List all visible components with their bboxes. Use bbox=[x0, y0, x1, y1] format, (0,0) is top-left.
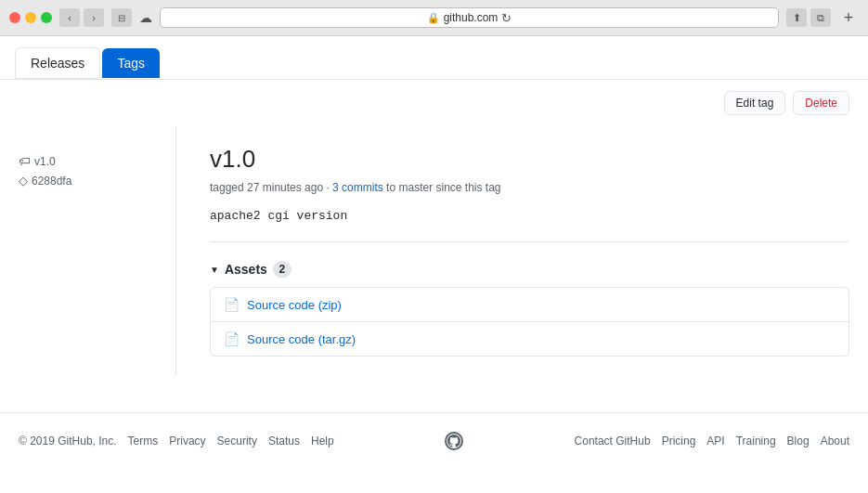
close-button[interactable] bbox=[9, 12, 20, 23]
release-content: v1.0 tagged 27 minutes ago · 3 commits t… bbox=[191, 126, 849, 375]
footer-help-link[interactable]: Help bbox=[311, 435, 334, 448]
footer-about-link[interactable]: About bbox=[821, 435, 849, 448]
cloud-button[interactable]: ☁ bbox=[139, 10, 152, 25]
traffic-lights bbox=[9, 12, 52, 23]
meta-prefix: tagged 27 minutes ago · bbox=[210, 181, 332, 194]
source-code-zip-format: (zip) bbox=[318, 298, 342, 312]
source-code-zip-label: Source code bbox=[247, 298, 315, 312]
source-code-targz-label: Source code bbox=[247, 332, 315, 346]
footer-api-link[interactable]: API bbox=[706, 435, 724, 448]
footer-links: Terms Privacy Security Status Help bbox=[128, 435, 334, 448]
release-container: 🏷 v1.0 ◇ 6288dfa v1.0 tagged 27 minutes … bbox=[0, 126, 868, 375]
action-bar: Edit tag Delete bbox=[0, 80, 868, 126]
meta-suffix: to master since this tag bbox=[383, 181, 501, 194]
release-title: v1.0 bbox=[210, 145, 849, 174]
sidebar-commit: ◇ 6288dfa bbox=[19, 174, 161, 188]
footer-pricing-link[interactable]: Pricing bbox=[662, 435, 696, 448]
asset-item-zip: 📄 Source code (zip) bbox=[211, 288, 849, 322]
source-code-zip-link[interactable]: Source code (zip) bbox=[247, 298, 342, 312]
forward-button[interactable]: › bbox=[84, 8, 104, 27]
footer-blog-link[interactable]: Blog bbox=[787, 435, 810, 448]
address-bar[interactable]: 🔒 github.com ↻ bbox=[160, 7, 779, 28]
browser-chrome: ‹ › ⊟ ☁ 🔒 github.com ↻ ⬆ ⧉ + bbox=[0, 0, 868, 36]
source-code-targz-format: (tar.gz) bbox=[318, 332, 356, 346]
commit-icon: ◇ bbox=[19, 174, 28, 188]
file-icon-targz: 📄 bbox=[224, 331, 240, 346]
edit-tag-button[interactable]: Edit tag bbox=[724, 91, 786, 115]
footer-right: Contact GitHub Pricing API Training Blog… bbox=[575, 435, 849, 448]
footer-training-link[interactable]: Training bbox=[736, 435, 776, 448]
reader-mode-button[interactable]: ⊟ bbox=[111, 8, 132, 27]
reload-button[interactable]: ↻ bbox=[501, 11, 512, 25]
assets-label: Assets bbox=[225, 262, 267, 277]
footer-contact-link[interactable]: Contact GitHub bbox=[575, 435, 651, 448]
release-meta: tagged 27 minutes ago · 3 commits to mas… bbox=[210, 181, 849, 194]
share-button[interactable]: ⬆ bbox=[786, 8, 807, 27]
minimize-button[interactable] bbox=[25, 12, 36, 23]
commits-link[interactable]: 3 commits bbox=[332, 181, 383, 194]
assets-header[interactable]: ▼ Assets 2 bbox=[210, 261, 849, 278]
page-content: Releases Tags Edit tag Delete 🏷 v1.0 ◇ 6… bbox=[0, 36, 868, 469]
footer-terms-link[interactable]: Terms bbox=[128, 435, 159, 448]
footer-left: © 2019 GitHub, Inc. Terms Privacy Securi… bbox=[19, 435, 334, 448]
footer-privacy-link[interactable]: Privacy bbox=[169, 435, 205, 448]
sidebar-tag: 🏷 v1.0 bbox=[19, 154, 161, 168]
tag-icon: 🏷 bbox=[19, 154, 31, 168]
source-code-targz-link[interactable]: Source code (tar.gz) bbox=[247, 332, 356, 346]
lock-icon: 🔒 bbox=[427, 12, 440, 24]
sidebar-commit-hash: 6288dfa bbox=[32, 175, 71, 188]
footer-status-link[interactable]: Status bbox=[268, 435, 300, 448]
url-text: github.com bbox=[444, 11, 499, 24]
new-window-button[interactable]: ⧉ bbox=[810, 8, 831, 27]
delete-button[interactable]: Delete bbox=[793, 91, 849, 115]
collapse-icon: ▼ bbox=[210, 265, 219, 275]
footer-copyright: © 2019 GitHub, Inc. bbox=[19, 435, 117, 448]
tab-tags[interactable]: Tags bbox=[102, 48, 160, 78]
tab-releases[interactable]: Releases bbox=[15, 47, 100, 79]
back-button[interactable]: ‹ bbox=[59, 8, 80, 27]
tabs-row: Releases Tags bbox=[0, 36, 868, 80]
footer: © 2019 GitHub, Inc. Terms Privacy Securi… bbox=[0, 412, 868, 469]
assets-count: 2 bbox=[273, 261, 291, 278]
footer-security-link[interactable]: Security bbox=[217, 435, 257, 448]
release-description: apache2 cgi version bbox=[210, 209, 849, 242]
sidebar: 🏷 v1.0 ◇ 6288dfa bbox=[19, 126, 176, 375]
sidebar-tag-name: v1.0 bbox=[34, 155, 56, 168]
asset-item-targz: 📄 Source code (tar.gz) bbox=[211, 322, 849, 356]
file-icon-zip: 📄 bbox=[224, 297, 240, 312]
assets-list: 📄 Source code (zip) 📄 Source code (tar.g… bbox=[210, 287, 849, 357]
github-mark bbox=[445, 432, 463, 450]
maximize-button[interactable] bbox=[41, 12, 52, 23]
new-tab-button[interactable]: + bbox=[838, 8, 859, 27]
assets-section: ▼ Assets 2 📄 Source code (zip) 📄 bbox=[210, 261, 849, 357]
